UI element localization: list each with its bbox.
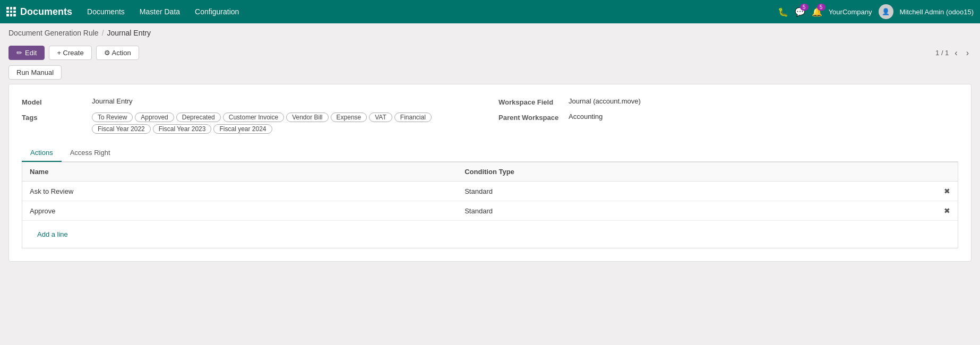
top-menu: Documents Master Data Configuration [81, 4, 245, 19]
topnav-right: 🐛 💬 5 🔔 5 YourCompany 👤 Mitchell Admin (… [778, 4, 974, 19]
breadcrumb-parent[interactable]: Document Generation Rule [8, 29, 99, 37]
model-value: Journal Entry [92, 97, 133, 105]
tag-to-review: To Review [92, 113, 133, 122]
col-actions [936, 162, 958, 182]
tab-actions[interactable]: Actions [22, 144, 62, 162]
model-field-row: Model Journal Entry [22, 97, 482, 106]
menu-documents[interactable]: Documents [81, 4, 131, 19]
messages-icon-btn[interactable]: 💬 5 [795, 7, 805, 17]
add-line-cell: Add a line [22, 221, 958, 248]
row-2-delete-button[interactable]: ✖ [944, 206, 950, 215]
row-2-name: Approve [22, 201, 457, 221]
breadcrumb: Document Generation Rule / Journal Entry [0, 23, 980, 42]
tag-financial: Financial [394, 113, 432, 122]
parent-workspace-value: Accounting [569, 113, 603, 120]
toolbar: ✏ Edit + Create ⚙ Action 1 / 1 ‹ › [0, 42, 980, 63]
messages-badge: 5 [800, 4, 809, 11]
workspace-field-value: Journal (account.move) [569, 97, 641, 105]
add-line-button[interactable]: Add a line [30, 226, 75, 243]
row-1-delete-button[interactable]: ✖ [944, 187, 950, 195]
edit-button[interactable]: ✏ Edit [8, 46, 45, 60]
next-button[interactable]: › [964, 47, 972, 59]
menu-configuration[interactable]: Configuration [188, 4, 245, 19]
notifications-badge: 5 [817, 4, 826, 11]
prev-button[interactable]: ‹ [952, 47, 960, 59]
tags-field-row: Tags To Review Approved Deprecated Custo… [22, 113, 482, 134]
tab-access-right[interactable]: Access Right [62, 144, 119, 162]
col-name: Name [22, 162, 457, 182]
app-logo[interactable]: Documents [6, 6, 72, 18]
tag-fiscal-year-2024: Fiscal year 2024 [213, 124, 272, 134]
row-1-condition: Standard [457, 182, 936, 201]
tabs: Actions Access Right [22, 144, 958, 162]
menu-master-data[interactable]: Master Data [133, 4, 186, 19]
main-card: Model Journal Entry Tags To Review Appro… [8, 84, 972, 262]
table-header-row: Name Condition Type [22, 162, 958, 182]
parent-workspace-field-row: Parent Workspace Accounting [498, 113, 958, 122]
col-condition-type: Condition Type [457, 162, 936, 182]
breadcrumb-separator: / [102, 29, 104, 37]
row-1-delete-cell: ✖ [936, 182, 958, 201]
workspace-field-label: Workspace Field [498, 97, 562, 106]
model-label: Model [22, 97, 85, 106]
add-line-row: Add a line [22, 221, 958, 248]
actions-table-container: Name Condition Type Ask to Review Standa… [22, 162, 958, 248]
pencil-icon: ✏ [16, 49, 22, 57]
toolbar2: Run Manual [0, 63, 980, 84]
tag-deprecated: Deprecated [176, 113, 221, 122]
run-manual-button[interactable]: Run Manual [8, 65, 62, 80]
tags-container: To Review Approved Deprecated Customer I… [92, 113, 482, 134]
action-button[interactable]: ⚙ Action [96, 46, 139, 60]
create-button[interactable]: + Create [49, 46, 91, 60]
topnav: Documents Documents Master Data Configur… [0, 0, 980, 23]
tag-expense: Expense [331, 113, 367, 122]
tag-approved: Approved [135, 113, 174, 122]
tag-vat: VAT [369, 113, 392, 122]
bug-icon-btn[interactable]: 🐛 [778, 7, 788, 17]
pagination-text: 1 / 1 [935, 49, 949, 57]
notifications-icon-btn[interactable]: 🔔 5 [812, 7, 822, 17]
avatar[interactable]: 👤 [879, 4, 893, 19]
pagination: 1 / 1 ‹ › [935, 47, 972, 59]
form-section: Model Journal Entry Tags To Review Appro… [22, 97, 958, 134]
table-row: Approve Standard ✖ [22, 201, 958, 221]
company-name: YourCompany [829, 8, 872, 16]
breadcrumb-current: Journal Entry [107, 29, 151, 37]
grid-icon [6, 7, 16, 16]
parent-workspace-label: Parent Workspace [498, 113, 562, 122]
tag-fiscal-year-2023: Fiscal Year 2023 [153, 124, 212, 134]
tags-label: Tags [22, 113, 85, 122]
actions-table: Name Condition Type Ask to Review Standa… [22, 162, 958, 248]
table-row: Ask to Review Standard ✖ [22, 182, 958, 201]
workspace-field-row: Workspace Field Journal (account.move) [498, 97, 958, 106]
app-title: Documents [20, 6, 72, 18]
user-name: Mitchell Admin (odoo15) [900, 8, 974, 16]
tag-vendor-bill: Vendor Bill [286, 113, 328, 122]
row-2-condition: Standard [457, 201, 936, 221]
row-1-name: Ask to Review [22, 182, 457, 201]
tag-customer-invoice: Customer Invoice [223, 113, 284, 122]
tag-fiscal-year-2022: Fiscal Year 2022 [92, 124, 151, 134]
row-2-delete-cell: ✖ [936, 201, 958, 221]
